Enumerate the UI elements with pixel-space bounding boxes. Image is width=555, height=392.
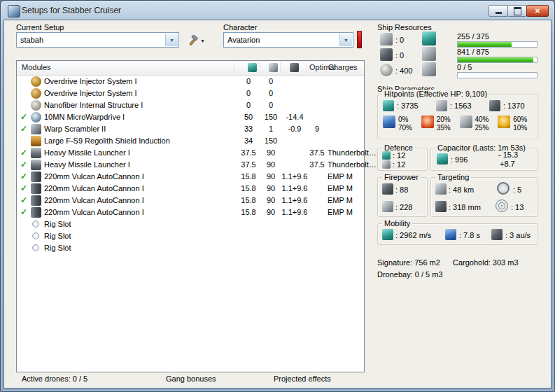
max-velocity-value: : 2962 m/s [395, 231, 431, 239]
agility-icon [445, 229, 456, 240]
window-title: Setups for Stabber Cruiser [22, 6, 121, 15]
module-cpu-value: 34 [237, 135, 260, 147]
module-powergrid-value: 0 [261, 88, 281, 99]
scan-resolution-value: : 318 mm [449, 203, 481, 211]
module-charges-value: EMP M [328, 183, 378, 195]
setup-combobox[interactable]: stabah ▼ [16, 32, 179, 48]
fitted-check-icon: ✓ [20, 148, 27, 158]
armor-icon [436, 100, 447, 111]
module-charges-value: Thunderbolt He... [328, 159, 378, 171]
cpu-icon[interactable] [248, 63, 257, 72]
upgrades-value: 0 / 5 [457, 63, 472, 71]
modules-column-header[interactable]: Modules [22, 63, 51, 71]
module-powergrid-value: 90 [261, 195, 281, 206]
chevron-down-icon[interactable]: ▼ [339, 34, 352, 46]
table-row[interactable]: Rig Slot [17, 242, 364, 254]
module-name: Warp Scrambler II [44, 123, 232, 135]
table-row[interactable]: ✓Warp Scrambler II331-0.99 [17, 123, 364, 135]
targeting-range-icon [435, 183, 447, 195]
table-row[interactable]: ✓10MN MicroWarpdrive I50150-14.4 [17, 111, 364, 123]
table-row[interactable]: ✓220mm Vulcan AutoCannon I15.8901.1+9.6E… [17, 206, 364, 218]
gang-bonuses-section[interactable]: Gang bonuses [166, 374, 216, 383]
powergrid-progress-fill [458, 57, 533, 62]
fit-tools-icon [187, 35, 198, 46]
capacitor-usage-icon[interactable] [290, 63, 299, 72]
dps-icon [382, 183, 393, 195]
table-row[interactable]: Nanofiber Internal Structure I00 [17, 99, 364, 111]
fit-status: ✓ [18, 111, 29, 123]
table-row[interactable]: ✓220mm Vulcan AutoCannon I15.8901.1+9.6E… [17, 171, 364, 183]
maximize-button[interactable] [507, 5, 527, 17]
launcher-hardpoints-value: : 0 [395, 51, 404, 59]
module-charges-value: EMP M [328, 195, 378, 206]
module-cpu-value: 15.8 [237, 183, 260, 195]
fitted-check-icon: ✓ [20, 172, 27, 181]
fit-tools-button[interactable]: ▼ [181, 32, 211, 49]
close-icon: ✕ [535, 7, 540, 15]
module-cpu-value: 50 [237, 111, 260, 123]
defence-groupbox: Defence : 12 : 12 [377, 148, 428, 171]
mobility-label: Mobility [382, 219, 412, 227]
rig-slot-icon [32, 232, 39, 239]
maximize-icon [514, 7, 521, 15]
minimize-icon [496, 12, 502, 14]
projected-effects-section[interactable]: Projected effects [274, 374, 331, 383]
fit-status: ✓ [18, 171, 29, 183]
shield-resist-value: 20% [437, 115, 451, 124]
character-combobox[interactable]: Avatarion ▼ [223, 32, 353, 48]
modules-table[interactable]: Modules Optimal Charges Overdrive Inject… [16, 60, 365, 372]
shield-resist-value: 40% [475, 115, 489, 124]
armor-resist-value: 70% [398, 124, 412, 132]
microwarpdrive-icon [31, 112, 41, 122]
setup-value: stabah [20, 36, 43, 44]
resist-group: 20%35% [421, 115, 460, 132]
signature-value: Signature: 756 m2 [377, 258, 440, 267]
thermal-resist-icon [421, 115, 434, 128]
module-name: Large F-S9 Regolith Shield Induction [44, 135, 232, 147]
title-bar[interactable]: Setups for Stabber Cruiser ✕ [1, 1, 554, 20]
missile-launcher-icon [31, 148, 41, 158]
powergrid-icon[interactable] [269, 63, 278, 72]
character-skill-flag [357, 31, 362, 48]
volley-value: : 228 [395, 203, 412, 211]
armor-repair-value: : 12 [393, 160, 405, 169]
firepower-label: Firepower [382, 173, 421, 181]
table-row[interactable]: Rig Slot [17, 230, 364, 242]
scan-resolution-icon [435, 201, 447, 212]
table-row[interactable]: ✓220mm Vulcan AutoCannon I15.8901.1+9.6E… [17, 183, 364, 195]
shield-resist-value: 0% [398, 115, 412, 124]
table-row[interactable]: Overdrive Injector System I00 [17, 88, 364, 99]
table-row[interactable]: ✓220mm Vulcan AutoCannon I15.8901.1+9.6E… [17, 195, 364, 206]
table-row[interactable]: Rig Slot [17, 218, 364, 230]
autocannon-icon [31, 195, 41, 206]
module-charges-value: EMP M [328, 206, 378, 218]
table-row[interactable]: ✓Heavy Missile Launcher I37.59037.5Thund… [17, 159, 364, 171]
module-cpu-value: 37.5 [237, 159, 260, 171]
chevron-down-icon[interactable]: ▼ [165, 34, 178, 46]
table-row[interactable]: Overdrive Injector System I00 [17, 76, 364, 88]
armor-repair-icon [382, 160, 391, 169]
rig-slot-icon [32, 244, 39, 251]
close-button[interactable]: ✕ [526, 5, 549, 17]
minimize-button[interactable] [489, 5, 508, 17]
table-row[interactable]: Large F-S9 Regolith Shield Induction3415… [17, 135, 364, 147]
module-optimal-value: 37.5 [308, 147, 326, 159]
resist-group: 0%70% [383, 115, 421, 132]
module-powergrid-value: 150 [261, 135, 281, 147]
active-drones-section[interactable]: Active drones: 0 / 5 [22, 374, 87, 383]
module-capacitor-value: 1.1+9.6 [281, 195, 308, 206]
table-row[interactable]: ✓Heavy Missile Launcher I37.59037.5Thund… [17, 147, 364, 159]
charges-column-header[interactable]: Charges [328, 63, 358, 71]
column-separator [280, 62, 281, 74]
modules-table-header[interactable]: Modules Optimal Charges [17, 61, 364, 76]
module-cpu-value: 37.5 [237, 147, 260, 159]
upgrades-icon [422, 62, 436, 76]
max-targets-icon [497, 182, 510, 195]
capacitor-capacity-value: : 996 [451, 155, 468, 164]
hitpoints-groupbox: Hitpoints (Effective HP: 9,109) : 3735 :… [377, 94, 538, 139]
sensor-strength-icon [496, 200, 508, 212]
column-separator [307, 62, 307, 74]
kinetic-resist-icon [460, 115, 472, 128]
module-cpu-value: 15.8 [237, 195, 260, 206]
cpu-progress-bar [457, 41, 538, 48]
